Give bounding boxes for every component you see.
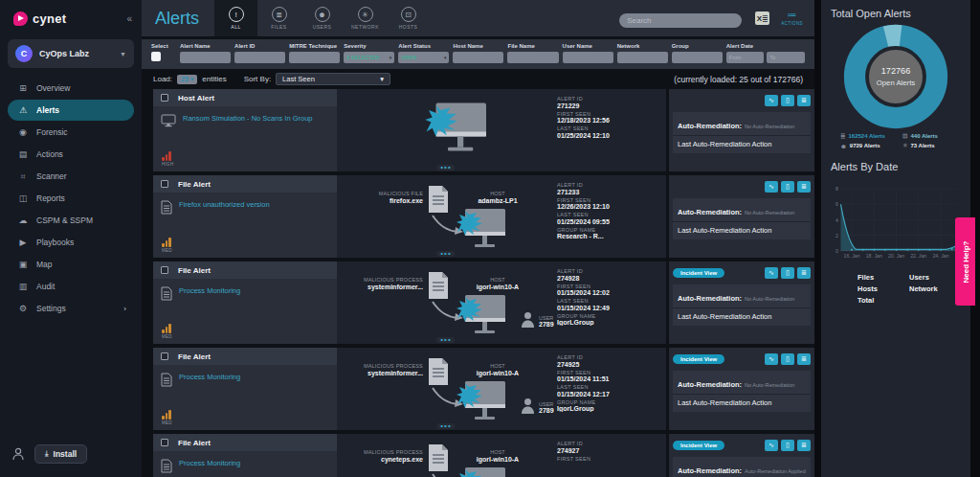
sidebar-item-map[interactable]: ▣ Map › — [8, 254, 134, 275]
activity-graph-icon[interactable]: ∿ — [765, 353, 778, 365]
device-icon[interactable]: ▯ — [781, 181, 794, 193]
first-seen-value: 01/15/2024 12:02 — [557, 289, 662, 296]
tenant-selector[interactable]: C CyOps Labz ▼ — [8, 39, 134, 68]
filter-input[interactable] — [180, 52, 231, 63]
sidebar-item-audit[interactable]: ▥ Audit › — [8, 276, 134, 297]
group-name-label: GROUP NAME — [557, 227, 662, 233]
expand-row-button[interactable]: ••• — [436, 337, 455, 343]
row-checkbox[interactable] — [161, 352, 168, 360]
collapse-sidebar-button[interactable]: « — [126, 13, 132, 24]
filter-input[interactable] — [289, 52, 340, 63]
incident-view-button[interactable]: Incident View — [673, 268, 724, 278]
need-help-tab[interactable]: Need Help? — [955, 217, 975, 306]
alert-id-label: ALERT ID — [557, 354, 662, 360]
filter-alert-date: Alert DateFromTo — [726, 43, 805, 63]
filter-input[interactable] — [672, 52, 723, 63]
tab-users[interactable]: ☻ USERS — [301, 0, 344, 36]
list-box-icon: ▤ — [15, 149, 31, 159]
activity-graph-icon[interactable]: ∿ — [765, 440, 778, 451]
report-list-icon[interactable]: ≣ — [797, 440, 811, 451]
sidebar-item-playbooks[interactable]: ▶ Playbooks › — [8, 232, 134, 253]
profile-icon[interactable] — [11, 447, 25, 461]
row-checkbox[interactable] — [161, 439, 168, 446]
sidebar-item-scanner[interactable]: ⌗ Scanner › — [8, 166, 134, 187]
filter-host-name: Host Name — [453, 43, 503, 63]
panel-divider — [814, 0, 821, 477]
alerts-by-date-chart: 864 20 16. Jan18. Jan20. Jan22. Jan24. J… — [831, 174, 961, 270]
alert-title-link[interactable]: Process Monitoring — [179, 459, 240, 473]
device-icon[interactable]: ▯ — [781, 440, 794, 451]
alert-title-link[interactable]: Ransom Simulation - No Scans In Group — [183, 114, 312, 127]
activity-graph-icon[interactable]: ∿ — [765, 267, 778, 279]
cloud-icon: ☁ — [15, 216, 31, 225]
expand-row-button[interactable]: ••• — [436, 423, 455, 429]
malicious-entity-name: systeminformer... — [339, 284, 423, 290]
user-id: 2789 — [539, 407, 554, 414]
sort-by-select[interactable]: Last Seen▾ — [276, 73, 390, 85]
incident-view-button[interactable]: Incident View — [673, 354, 724, 364]
severity-label: MED — [162, 334, 172, 339]
activity-graph-icon[interactable]: ∿ — [765, 95, 778, 106]
filter-input[interactable] — [453, 52, 503, 63]
alert-kind-icon — [161, 200, 172, 215]
expand-row-button[interactable]: ••• — [436, 165, 455, 170]
filter-select[interactable]: 2 SELECTED▾ — [344, 52, 394, 63]
alert-id-value: 271229 — [557, 102, 662, 109]
filter-select: Select — [151, 43, 176, 63]
expand-row-button[interactable]: ••• — [436, 251, 455, 257]
report-list-icon[interactable]: ≣ — [797, 353, 811, 365]
alert-details: ALERT ID 271229 FIRST SEEN 12/18/2023 12… — [555, 89, 666, 171]
last-seen-value: 01/15/2024 12:17 — [557, 391, 662, 398]
sidebar-item-cspm-sspm[interactable]: ☁ CSPM & SSPM › — [8, 210, 134, 231]
scan-icon: ⌗ — [15, 171, 31, 182]
hosts-icon: ⊡ — [401, 7, 416, 22]
select-all-checkbox[interactable] — [151, 52, 161, 61]
report-list-icon[interactable]: ≣ — [797, 267, 811, 279]
row-checkbox[interactable] — [161, 266, 168, 274]
incident-view-button[interactable]: Incident View — [673, 441, 724, 450]
open-alerts-donut-chart: 172766 Open Alerts — [831, 21, 961, 132]
date-to-input[interactable]: To — [767, 52, 805, 63]
legend-text: 440 Alerts — [910, 133, 937, 139]
filter-input[interactable] — [617, 52, 668, 63]
sidebar-item-reports[interactable]: ◫ Reports › — [8, 188, 134, 209]
sidebar-item-alerts[interactable]: ⚠ Alerts › — [8, 100, 134, 121]
filter-select[interactable]: OPEN▾ — [398, 52, 449, 63]
sidebar-item-overview[interactable]: ⊞ Overview › — [8, 78, 134, 99]
search-input[interactable] — [619, 13, 742, 28]
malicious-entity-label: MALICIOUS FILE — [339, 191, 423, 196]
activity-graph-icon[interactable]: ∿ — [765, 181, 778, 193]
alert-row: Host Alert Ransom Simulation - No Scans … — [153, 89, 814, 171]
alert-graph-area: MALICIOUS PROCESS cyneteps.exe HOST igor… — [337, 434, 555, 477]
alert-title-link[interactable]: Firefox unauthorized version — [179, 200, 270, 215]
filter-input[interactable] — [507, 52, 558, 63]
load-count-select[interactable]: 25 ▾ — [177, 75, 197, 84]
tab-files[interactable]: ≣ FILES — [257, 0, 301, 36]
date-from-input[interactable]: From — [726, 52, 765, 63]
install-button[interactable]: ⤓ Install — [34, 444, 87, 464]
report-list-icon[interactable]: ≣ — [797, 181, 811, 193]
report-list-icon[interactable]: ≣ — [797, 95, 811, 106]
device-icon[interactable]: ▯ — [781, 267, 794, 279]
device-icon[interactable]: ▯ — [781, 353, 794, 365]
alert-graph-area: MALICIOUS PROCESS systeminformer... HOST… — [337, 348, 555, 430]
actions-button[interactable]: ≔ ACTIONS — [781, 11, 803, 26]
actions-label: ACTIONS — [781, 21, 803, 26]
tab-all[interactable]: ! ALL — [214, 0, 257, 36]
row-checkbox[interactable] — [161, 94, 168, 102]
alert-title-link[interactable]: Process Monitoring — [179, 373, 240, 387]
filter-input[interactable] — [563, 52, 613, 63]
filter-input[interactable] — [234, 52, 285, 63]
tab-network[interactable]: ✳ NETWORK — [344, 0, 387, 36]
tab-hosts[interactable]: ⊡ HOSTS — [387, 0, 430, 36]
sidebar-item-forensic[interactable]: ◉ Forensic › — [8, 122, 134, 143]
donut-legend: ≣ 162524 Alerts ⊡ 440 Alerts ☻ 9729 Aler… — [840, 132, 961, 149]
sidebar-item-actions[interactable]: ▤ Actions › — [8, 144, 134, 165]
row-checkbox[interactable] — [161, 180, 168, 188]
export-excel-icon[interactable]: X≣ — [755, 11, 769, 25]
alert-summary-card: File Alert Process Monitoring MED — [153, 434, 337, 477]
sidebar-item-settings[interactable]: ⚙ Settings › — [8, 298, 134, 319]
device-icon[interactable]: ▯ — [781, 95, 794, 106]
alert-title-link[interactable]: Process Monitoring — [179, 286, 240, 301]
alert-row: File Alert Process Monitoring MED MALICI… — [153, 261, 814, 344]
